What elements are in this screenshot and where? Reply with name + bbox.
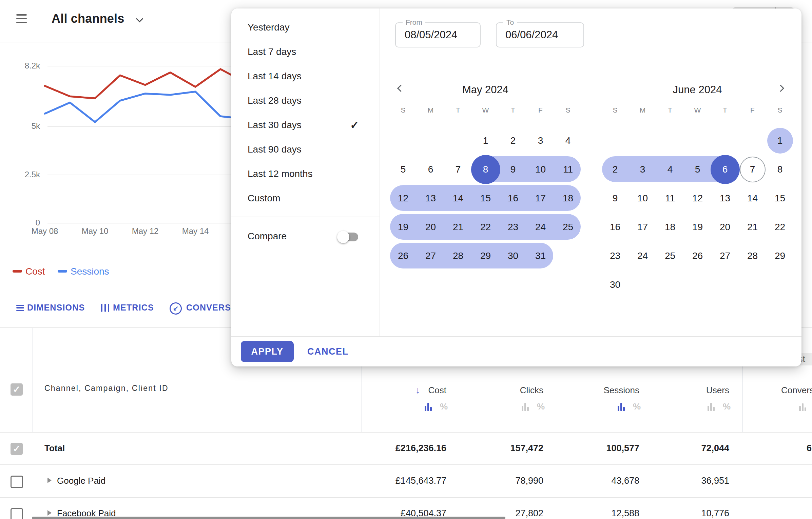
mini-bar-chart-icon[interactable] — [522, 403, 529, 411]
day-may-28[interactable]: 28 — [444, 241, 472, 270]
compare-toggle[interactable] — [339, 233, 358, 241]
day-may-3[interactable]: 3 — [527, 126, 554, 155]
day-may-17[interactable]: 17 — [527, 184, 554, 213]
from-value[interactable]: 08/05/2024 — [405, 23, 457, 47]
day-may-5[interactable]: 5 — [389, 155, 417, 184]
preset-custom[interactable]: Custom — [231, 186, 380, 211]
preset-last-7-days[interactable]: Last 7 days — [231, 40, 380, 64]
day-june-10[interactable]: 10 — [629, 184, 656, 213]
column-header-cost[interactable]: ↓Cost — [415, 385, 446, 396]
page-title[interactable]: All channels — [52, 12, 124, 26]
day-may-19[interactable]: 19 — [389, 213, 417, 241]
preset-last-90-days[interactable]: Last 90 days — [231, 137, 380, 162]
preset-last-28-days[interactable]: Last 28 days — [231, 88, 380, 113]
legend-item-sessions[interactable]: Sessions — [71, 266, 109, 277]
column-header-users[interactable]: Users — [706, 385, 729, 396]
to-date-field[interactable]: To 06/06/2024 — [496, 22, 584, 47]
cancel-button[interactable]: CANCEL — [303, 341, 353, 362]
hamburger-menu-icon[interactable] — [16, 14, 27, 23]
day-may-4[interactable]: 4 — [554, 126, 582, 155]
day-may-1[interactable]: 1 — [472, 126, 499, 155]
day-may-6[interactable]: 6 — [417, 155, 444, 184]
sort-descending-icon[interactable]: ↓ — [415, 385, 420, 395]
day-may-29[interactable]: 29 — [472, 241, 499, 270]
day-june-28[interactable]: 28 — [739, 241, 766, 270]
day-june-25[interactable]: 25 — [656, 241, 684, 270]
preset-yesterday[interactable]: Yesterday — [231, 15, 380, 40]
expand-arrow-icon[interactable] — [47, 510, 52, 516]
table-row-total[interactable]: ✓Total£216,236.16157,472100,57772,0446 — [0, 432, 812, 465]
day-may-25[interactable]: 25 — [554, 213, 582, 241]
day-june-6[interactable]: 6 — [711, 155, 739, 184]
day-may-18[interactable]: 18 — [554, 184, 582, 213]
day-june-12[interactable]: 12 — [684, 184, 711, 213]
row-checkbox[interactable]: ✓ — [11, 443, 23, 455]
mini-bar-chart-icon[interactable] — [425, 403, 432, 411]
day-june-13[interactable]: 13 — [711, 184, 739, 213]
percent-icon[interactable]: % — [440, 402, 448, 411]
day-may-2[interactable]: 2 — [499, 126, 527, 155]
day-may-20[interactable]: 20 — [417, 213, 444, 241]
table-row-facebook-paid[interactable]: Facebook Paid£40,504.3727,80212,58810,77… — [0, 497, 812, 519]
day-may-26[interactable]: 26 — [389, 241, 417, 270]
day-june-23[interactable]: 23 — [601, 241, 629, 270]
mini-bar-chart-icon[interactable] — [708, 403, 715, 411]
day-june-20[interactable]: 20 — [711, 213, 739, 241]
day-may-31[interactable]: 31 — [527, 241, 554, 270]
expand-arrow-icon[interactable] — [47, 478, 52, 483]
day-may-22[interactable]: 22 — [472, 213, 499, 241]
preset-last-30-days[interactable]: Last 30 days✓ — [231, 113, 380, 137]
day-june-7[interactable]: 7 — [739, 155, 766, 184]
mini-bar-chart-icon[interactable] — [799, 403, 806, 411]
day-june-26[interactable]: 26 — [684, 241, 711, 270]
day-may-13[interactable]: 13 — [417, 184, 444, 213]
day-may-8[interactable]: 8 — [472, 155, 499, 184]
day-june-2[interactable]: 2 — [601, 155, 629, 184]
day-may-12[interactable]: 12 — [389, 184, 417, 213]
to-value[interactable]: 06/06/2024 — [505, 23, 558, 47]
day-june-17[interactable]: 17 — [629, 213, 656, 241]
dimensions-button[interactable]: DIMENSIONS — [27, 303, 85, 313]
day-may-10[interactable]: 10 — [527, 155, 554, 184]
day-june-21[interactable]: 21 — [739, 213, 766, 241]
day-june-27[interactable]: 27 — [711, 241, 739, 270]
day-june-11[interactable]: 11 — [656, 184, 684, 213]
day-may-27[interactable]: 27 — [417, 241, 444, 270]
row-checkbox[interactable] — [11, 508, 23, 519]
mini-bar-chart-icon[interactable] — [618, 403, 625, 411]
breakdown-column-header[interactable]: Channel, Campaign, Client ID — [44, 384, 169, 393]
column-header-clicks[interactable]: Clicks — [520, 385, 543, 396]
preset-last-14-days[interactable]: Last 14 days — [231, 64, 380, 88]
percent-icon[interactable]: % — [723, 402, 731, 411]
day-may-23[interactable]: 23 — [499, 213, 527, 241]
preset-last-12-months[interactable]: Last 12 months — [231, 162, 380, 186]
percent-icon[interactable]: % — [537, 402, 545, 411]
day-may-9[interactable]: 9 — [499, 155, 527, 184]
column-header-conversions[interactable]: Conversions — [781, 385, 812, 396]
day-june-22[interactable]: 22 — [766, 213, 794, 241]
metrics-button[interactable]: METRICS — [113, 303, 154, 313]
day-may-21[interactable]: 21 — [444, 213, 472, 241]
day-june-29[interactable]: 29 — [766, 241, 794, 270]
day-june-9[interactable]: 9 — [601, 184, 629, 213]
day-may-15[interactable]: 15 — [472, 184, 499, 213]
chevron-down-icon[interactable] — [136, 15, 143, 22]
column-header-sessions[interactable]: Sessions — [604, 385, 640, 396]
day-june-24[interactable]: 24 — [629, 241, 656, 270]
day-june-1[interactable]: 1 — [766, 126, 794, 155]
day-june-14[interactable]: 14 — [739, 184, 766, 213]
day-june-18[interactable]: 18 — [656, 213, 684, 241]
day-june-8[interactable]: 8 — [766, 155, 794, 184]
day-june-30[interactable]: 30 — [601, 270, 629, 299]
legend-item-cost[interactable]: Cost — [25, 266, 45, 277]
day-june-5[interactable]: 5 — [684, 155, 711, 184]
day-may-16[interactable]: 16 — [499, 184, 527, 213]
row-checkbox[interactable] — [11, 476, 23, 488]
select-all-checkbox[interactable]: ✓ — [11, 383, 23, 396]
percent-icon[interactable]: % — [633, 402, 641, 411]
horizontal-scrollbar[interactable] — [32, 517, 505, 519]
day-june-4[interactable]: 4 — [656, 155, 684, 184]
day-may-7[interactable]: 7 — [444, 155, 472, 184]
day-june-3[interactable]: 3 — [629, 155, 656, 184]
next-month-button[interactable] — [777, 85, 784, 92]
